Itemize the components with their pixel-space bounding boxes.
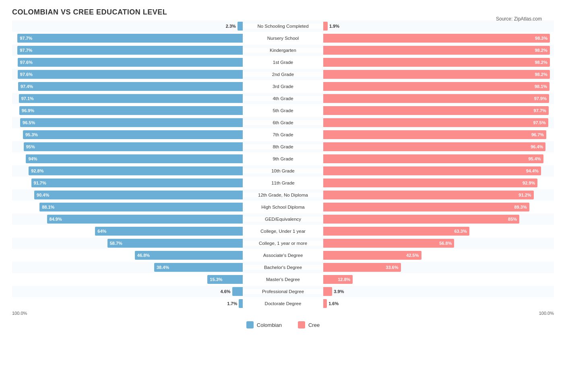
bar-row: 64%College, Under 1 year63.3% <box>12 226 554 237</box>
colombian-bar: 95.3% <box>23 130 243 139</box>
center-label: 2nd Grade <box>243 72 323 77</box>
colombian-bar: 92.8% <box>29 166 243 175</box>
bar-row: 46.8%Associate's Degree42.5% <box>12 250 554 261</box>
center-label: 8th Grade <box>243 144 323 149</box>
bar-row: 92.8%10th Grade94.4% <box>12 165 554 177</box>
legend-cree-label: Cree <box>308 322 320 328</box>
center-label: 1st Grade <box>243 60 323 65</box>
bar-row: 97.1%4th Grade97.9% <box>12 93 554 104</box>
bar-row: 58.7%College, 1 year or more56.8% <box>12 238 554 249</box>
colombian-bar: 96.5% <box>20 118 243 127</box>
center-label: No Schooling Completed <box>243 24 323 29</box>
center-label: Professional Degree <box>243 289 323 294</box>
center-label: Master's Degree <box>243 277 323 282</box>
colombian-bar: 94% <box>26 154 243 163</box>
bar-row: 96.9%5th Grade97.7% <box>12 105 554 116</box>
colombian-color-swatch <box>246 321 254 328</box>
legend: Colombian Cree <box>12 321 554 328</box>
colombian-bar: 97.6% <box>18 58 243 67</box>
cree-bar: 98.2% <box>323 58 550 67</box>
bar-row: 15.3%Master's Degree12.8% <box>12 274 554 285</box>
chart-title: COLOMBIAN VS CREE EDUCATION LEVEL <box>12 8 554 16</box>
cree-bar <box>323 22 328 31</box>
bar-row: 1.7%Doctorate Degree1.6% <box>12 298 554 309</box>
cree-bar: 97.7% <box>323 106 549 115</box>
center-label: 6th Grade <box>243 120 323 125</box>
bar-row: 90.4%12th Grade, No Diploma91.2% <box>12 189 554 201</box>
cree-bar: 98.1% <box>323 82 549 91</box>
center-label: 4th Grade <box>243 96 323 101</box>
chart-container: 2.3%No Schooling Completed1.9%97.7%Nurse… <box>12 21 554 328</box>
center-label: 5th Grade <box>243 108 323 113</box>
colombian-bar: 90.4% <box>34 191 243 199</box>
axis-bottom: 100.0% 100.0% <box>12 311 554 316</box>
colombian-bar: 97.7% <box>17 46 243 55</box>
cree-bar: 97.9% <box>323 94 549 103</box>
bar-row: 95%8th Grade96.4% <box>12 141 554 152</box>
bar-row: 84.9%GED/Equivalency85% <box>12 213 554 225</box>
cree-bar: 12.8% <box>323 275 353 284</box>
bar-row: 91.7%11th Grade92.9% <box>12 177 554 189</box>
colombian-bar: 58.7% <box>107 239 243 248</box>
colombian-bar: 97.1% <box>19 94 243 103</box>
colombian-bar: 96.9% <box>19 106 243 115</box>
cree-bar: 33.6% <box>323 263 401 272</box>
colombian-bar: 97.4% <box>18 82 243 91</box>
cree-bar <box>323 287 332 296</box>
colombian-bar: 84.9% <box>47 215 243 224</box>
cree-bar: 89.3% <box>323 203 529 211</box>
center-label: Bachelor's Degree <box>243 265 323 270</box>
axis-right: 100.0% <box>539 311 554 316</box>
colombian-bar: 46.8% <box>135 251 243 260</box>
cree-bar: 85% <box>323 215 519 224</box>
colombian-bar: 97.7% <box>17 34 243 43</box>
colombian-bar: 97.6% <box>18 70 243 79</box>
bar-row: 97.4%3rd Grade98.1% <box>12 81 554 92</box>
bar-row: 97.6%1st Grade98.2% <box>12 57 554 68</box>
cree-bar: 42.5% <box>323 251 421 260</box>
axis-left: 100.0% <box>12 311 27 316</box>
colombian-bar <box>239 299 243 308</box>
bar-row: 96.5%6th Grade97.5% <box>12 117 554 128</box>
center-label: High School Diploma <box>243 205 323 209</box>
center-label: College, Under 1 year <box>243 229 323 234</box>
cree-bar: 92.9% <box>323 179 537 187</box>
cree-bar: 96.7% <box>323 130 546 139</box>
cree-bar: 98.2% <box>323 70 550 79</box>
bar-row: 97.7%Nursery School98.3% <box>12 33 554 44</box>
bar-row: 94%9th Grade95.4% <box>12 153 554 164</box>
colombian-bar: 15.3% <box>207 275 243 284</box>
cree-bar <box>323 299 327 308</box>
center-label: 12th Grade, No Diploma <box>243 193 323 197</box>
center-label: 10th Grade <box>243 168 323 173</box>
bar-row: 4.6%Professional Degree3.9% <box>12 286 554 297</box>
bar-row: 38.4%Bachelor's Degree33.6% <box>12 262 554 273</box>
bar-row: 2.3%No Schooling Completed1.9% <box>12 21 554 32</box>
cree-color-swatch <box>298 321 305 328</box>
cree-bar: 56.8% <box>323 239 454 248</box>
colombian-bar: 88.1% <box>39 203 243 211</box>
center-label: College, 1 year or more <box>243 241 323 246</box>
cree-bar: 98.3% <box>323 34 550 43</box>
center-label: 11th Grade <box>243 181 323 185</box>
cree-bar: 96.4% <box>323 142 545 151</box>
bar-row: 95.3%7th Grade96.7% <box>12 129 554 140</box>
legend-colombian: Colombian <box>246 321 282 328</box>
center-label: 9th Grade <box>243 156 323 161</box>
colombian-bar: 91.7% <box>31 179 243 187</box>
cree-bar: 98.2% <box>323 46 550 55</box>
colombian-bar: 64% <box>95 227 243 236</box>
center-label: Associate's Degree <box>243 253 323 258</box>
legend-cree: Cree <box>298 321 320 328</box>
bar-row: 97.7%Kindergarten98.2% <box>12 45 554 56</box>
center-label: Kindergarten <box>243 48 323 53</box>
colombian-bar: 95% <box>24 142 243 151</box>
center-label: Doctorate Degree <box>243 301 323 306</box>
bar-row: 88.1%High School Diploma89.3% <box>12 201 554 213</box>
bar-row: 97.6%2nd Grade98.2% <box>12 69 554 80</box>
legend-colombian-label: Colombian <box>257 322 282 328</box>
colombian-bar: 38.4% <box>154 263 243 272</box>
colombian-bar <box>232 287 243 296</box>
cree-bar: 63.3% <box>323 227 469 236</box>
center-label: 7th Grade <box>243 132 323 137</box>
